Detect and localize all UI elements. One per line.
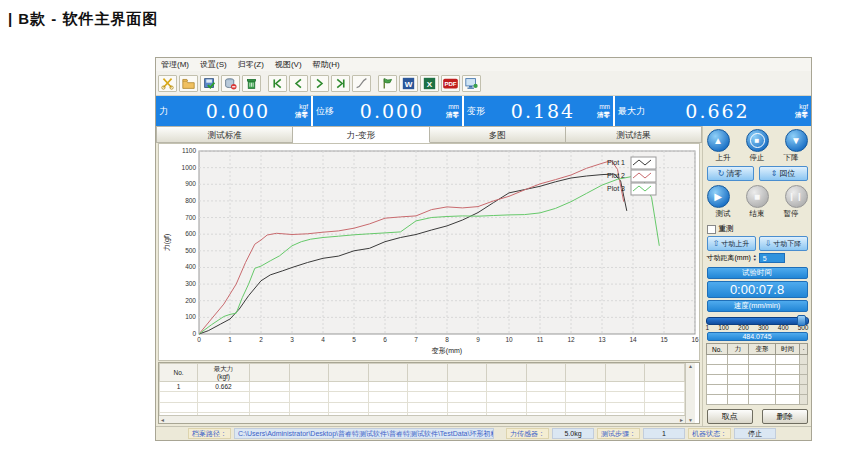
svg-text:0: 0 [192,330,196,337]
svg-text:5: 5 [352,336,356,343]
svg-text:300: 300 [185,280,196,287]
point-row [707,365,808,375]
svg-text:200: 200 [185,297,196,304]
slider-handle[interactable] [797,315,806,326]
results-row-empty [160,402,685,412]
svg-text:12: 12 [567,336,575,343]
point-table-scrollbar[interactable]: · [800,344,808,355]
test-button[interactable]: ▶ [707,185,730,208]
toolbar: WXPDF [156,71,811,96]
menu-item-0[interactable]: 管理(M) [161,59,189,70]
tab-0[interactable]: 测试标准 [156,126,293,143]
save-icon [203,77,216,90]
up-label: 上升 [707,153,740,163]
return-button[interactable]: ⇕回位 [759,166,808,181]
jog-distance-stepper[interactable]: ▲▼ [753,254,757,262]
word-tool-button[interactable]: W [399,75,418,92]
results-vertical-scrollbar[interactable]: ▲▼ [685,363,695,423]
down-button[interactable]: ▼ [785,129,808,152]
scroll-right-icon[interactable]: ► [679,417,684,423]
cut-icon [161,77,174,90]
end-button[interactable]: ■ [746,185,769,208]
svg-text:600: 600 [185,230,196,237]
point-col-header: No. [707,344,728,355]
tab-1[interactable]: 力-变形 [293,126,429,143]
tab-3[interactable]: 测试结果 [566,126,702,143]
jog-down-button[interactable]: ⇩寸动下降 [759,236,808,251]
deformation-clear-button[interactable]: 清零 [597,111,610,118]
svg-text:0: 0 [197,336,201,343]
speed-slider[interactable] [706,315,809,323]
first-icon [271,77,284,90]
svg-text:15: 15 [660,336,668,343]
save-tool-button[interactable] [200,75,219,92]
up-button[interactable]: ▲ [707,129,730,152]
excel-tool-button[interactable]: X [420,75,439,92]
scroll-up-icon[interactable]: ▲ [688,363,693,369]
results-col-header [487,364,527,382]
control-panel: ▲ ■ ▼ 上升 停止 下降 ↻清零 ⇕回位 ▶ ■ ❙❙ 测试 结束 暂停 [702,126,811,426]
last-icon [334,77,347,90]
stop-button[interactable]: ■ [746,129,769,152]
point-col-header: 变形 [749,344,776,355]
word-icon: W [402,77,415,90]
force-sensor-status-label: 力传感器： [506,428,549,439]
scroll-down-icon[interactable]: ▼ [688,417,693,423]
svg-text:700: 700 [185,214,196,221]
svg-text:7: 7 [414,336,418,343]
pdf-tool-button[interactable]: PDF [441,75,460,92]
jog-distance-value[interactable]: 5 [759,253,785,263]
curve-tool-button[interactable] [352,75,371,92]
max-force-clear-button[interactable]: 清零 [795,111,808,118]
max-force-panel: 最大力0.662kgf清零 [615,96,811,126]
retest-label: 重测 [719,224,734,234]
displacement-unit: mm [448,103,459,110]
zero-button[interactable]: ↻清零 [707,166,754,181]
x-axis-label: 变形(mm) [431,347,462,355]
menu-item-4[interactable]: 帮助(H) [313,59,340,70]
pause-button[interactable]: ❙❙ [785,185,808,208]
next-tool-button[interactable] [310,75,329,92]
jog-down-icon: ⇩ [765,239,772,248]
prev-tool-button[interactable] [289,75,308,92]
force-sensor-status-value: 5.0kg [552,428,594,439]
results-col-header [526,364,566,382]
point-row [707,355,808,365]
legend-label: Plot 2 [607,172,625,179]
results-row[interactable]: 10.662 [160,382,685,392]
screen-tool-button[interactable] [462,75,481,92]
value-bar: 力0.000kgf清零位移0.000mm清零变形0.184mm清零最大力0.66… [156,96,811,126]
delete-tool-button[interactable] [242,75,261,92]
scroll-left-icon[interactable]: ◄ [160,417,165,423]
retest-checkbox[interactable] [707,225,716,234]
curve-icon [355,77,368,90]
speed-tick: 400 [778,324,789,331]
point-table: No.力变形时间· [706,343,808,405]
svg-text:1000: 1000 [182,164,197,171]
slider-track[interactable] [706,317,809,325]
tab-2[interactable]: 多图 [430,126,566,143]
delete-button[interactable]: 删除 [762,409,808,424]
spin-down-icon[interactable]: ▼ [753,258,757,262]
flag-tool-button[interactable] [378,75,397,92]
first-tool-button[interactable] [268,75,287,92]
jog-up-button[interactable]: ⇧寸动上升 [707,236,756,251]
open-file-tool-button[interactable] [179,75,198,92]
down-arrow-icon: ▼ [791,135,801,146]
export-db-tool-button[interactable] [221,75,240,92]
results-col-header [289,364,329,382]
cut-tool-button[interactable] [158,75,177,92]
take-point-button[interactable]: 取点 [707,409,753,424]
last-tool-button[interactable] [331,75,350,92]
next-icon [313,77,326,90]
svg-text:8: 8 [445,336,449,343]
status-bar: 档案路径：C:\Users\Administrator\Desktop\普睿特测… [156,426,811,440]
menu-item-2[interactable]: 归零(Z) [238,59,264,70]
menu-item-1[interactable]: 设置(S) [200,59,227,70]
return-icon: ⇕ [771,169,778,178]
displacement-clear-button[interactable]: 清零 [446,111,459,118]
results-horizontal-scrollbar[interactable]: ◄► [159,415,685,423]
force-clear-button[interactable]: 清零 [295,111,308,118]
test-time-header: 试验时间 [707,267,808,279]
menu-item-3[interactable]: 视图(V) [275,59,302,70]
